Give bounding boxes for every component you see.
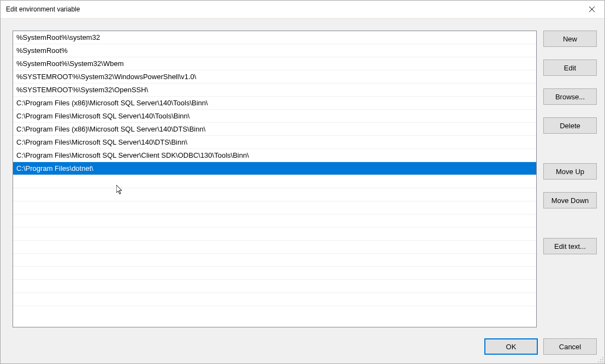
- move-down-button[interactable]: Move Down: [543, 192, 597, 208]
- list-item[interactable]: %SYSTEMROOT%\System32\WindowsPowerShell\…: [13, 70, 536, 83]
- list-item[interactable]: [13, 241, 536, 254]
- window-title: Edit environment variable: [6, 5, 80, 13]
- spacer: [543, 108, 597, 114]
- spacer: [543, 50, 597, 56]
- spacer: [543, 137, 597, 160]
- list-item[interactable]: C:\Program Files\Microsoft SQL Server\14…: [13, 110, 536, 123]
- edit-button[interactable]: Edit: [543, 59, 597, 76]
- list-item[interactable]: [13, 254, 536, 267]
- list-item[interactable]: [13, 201, 536, 214]
- list-item[interactable]: %SystemRoot%\system32: [13, 31, 536, 44]
- list-item[interactable]: C:\Program Files\Microsoft SQL Server\Cl…: [13, 149, 536, 162]
- spacer: [543, 183, 597, 189]
- list-item[interactable]: C:\Program Files (x86)\Microsoft SQL Ser…: [13, 123, 536, 136]
- cancel-button[interactable]: Cancel: [543, 338, 597, 355]
- spacer: [543, 79, 597, 85]
- list-item[interactable]: C:\Program Files (x86)\Microsoft SQL Ser…: [13, 97, 536, 110]
- browse-button[interactable]: Browse...: [543, 88, 597, 105]
- delete-button[interactable]: Delete: [543, 117, 597, 134]
- path-listbox[interactable]: %SystemRoot%\system32%SystemRoot%%System…: [13, 31, 537, 327]
- dialog-window: Edit environment variable %SystemRoot%\s…: [0, 0, 605, 364]
- button-column: New Edit Browse... Delete Move Up Move D…: [543, 31, 597, 327]
- close-button[interactable]: [579, 1, 604, 18]
- list-item[interactable]: %SYSTEMROOT%\System32\OpenSSH\: [13, 83, 536, 97]
- titlebar: Edit environment variable: [1, 1, 604, 19]
- list-item[interactable]: C:\Program Files\dotnet\: [13, 162, 536, 175]
- list-item[interactable]: [13, 267, 536, 280]
- close-icon: [589, 7, 595, 12]
- spacer: [543, 212, 597, 235]
- list-item[interactable]: [13, 175, 536, 188]
- list-item[interactable]: C:\Program Files\Microsoft SQL Server\14…: [13, 136, 536, 149]
- list-item[interactable]: %SystemRoot%\System32\Wbem: [13, 57, 536, 70]
- list-item[interactable]: %SystemRoot%: [13, 44, 536, 57]
- new-button[interactable]: New: [543, 31, 597, 47]
- list-item[interactable]: [13, 188, 536, 201]
- main-area: %SystemRoot%\system32%SystemRoot%%System…: [13, 31, 597, 327]
- ok-button[interactable]: OK: [484, 338, 538, 355]
- edit-text-button[interactable]: Edit text...: [543, 238, 597, 254]
- dialog-content: %SystemRoot%\system32%SystemRoot%%System…: [1, 19, 604, 363]
- move-up-button[interactable]: Move Up: [543, 163, 597, 180]
- dialog-footer: OK Cancel: [13, 327, 597, 356]
- list-item[interactable]: [13, 280, 536, 293]
- list-item[interactable]: [13, 293, 536, 306]
- list-item[interactable]: [13, 214, 536, 228]
- list-item[interactable]: [13, 228, 536, 241]
